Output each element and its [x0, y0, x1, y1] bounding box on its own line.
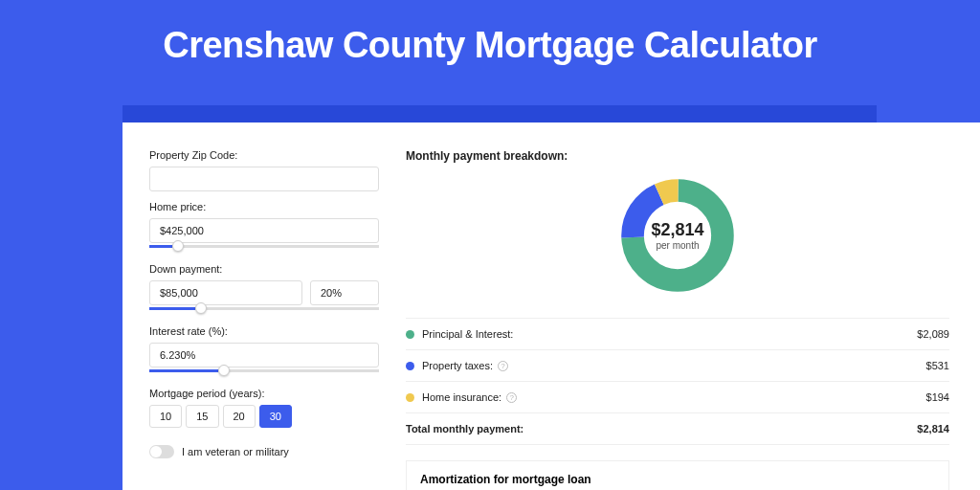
home-price-slider[interactable] — [149, 242, 379, 252]
interest-slider[interactable] — [149, 367, 379, 376]
down-payment-pct-input[interactable] — [310, 280, 379, 305]
down-payment-slider[interactable] — [149, 304, 379, 314]
legend-row: Principal & Interest:$2,089 — [406, 319, 949, 350]
form-column: Property Zip Code: Home price: Down paym… — [149, 149, 379, 490]
amortization-title: Amortization for mortgage loan — [420, 473, 935, 486]
info-icon[interactable]: ? — [506, 392, 517, 403]
legend-label: Home insurance: ? — [422, 391, 926, 403]
breakdown-title: Monthly payment breakdown: — [406, 149, 949, 163]
period-group: Mortgage period (years): 10152030 — [149, 388, 379, 428]
interest-group: Interest rate (%): — [149, 325, 379, 376]
card-shadow — [122, 105, 877, 122]
legend-total-value: $2,814 — [917, 423, 949, 434]
legend-row: Property taxes: ?$531 — [406, 350, 949, 382]
legend-value: $531 — [926, 360, 949, 371]
zip-label: Property Zip Code: — [149, 149, 379, 161]
down-payment-label: Down payment: — [149, 263, 379, 275]
legend-total-label: Total monthly payment: — [406, 423, 917, 434]
period-button-30[interactable]: 30 — [259, 405, 292, 428]
page-title: Crenshaw County Mortgage Calculator — [0, 0, 980, 83]
donut-chart: $2,814 per month — [406, 176, 949, 299]
info-icon[interactable]: ? — [498, 361, 508, 371]
legend: Principal & Interest:$2,089Property taxe… — [406, 318, 949, 445]
zip-group: Property Zip Code: — [149, 149, 379, 191]
calculator-panel: Property Zip Code: Home price: Down paym… — [122, 122, 980, 490]
donut-total-sub: per month — [618, 240, 737, 251]
zip-input[interactable] — [149, 167, 379, 191]
veteran-row: I am veteran or military — [149, 445, 379, 458]
period-label: Mortgage period (years): — [149, 388, 379, 399]
period-button-20[interactable]: 20 — [223, 405, 256, 428]
period-button-15[interactable]: 15 — [186, 405, 218, 428]
period-buttons: 10152030 — [149, 405, 379, 428]
home-price-group: Home price: — [149, 201, 379, 252]
legend-dot — [406, 393, 414, 402]
legend-dot — [406, 330, 414, 339]
down-payment-group: Down payment: — [149, 263, 379, 314]
interest-label: Interest rate (%): — [149, 325, 379, 337]
legend-dot — [406, 362, 414, 370]
veteran-toggle[interactable] — [149, 445, 174, 458]
legend-label: Property taxes: ? — [422, 360, 926, 371]
legend-value: $2,089 — [917, 328, 949, 340]
breakdown-column: Monthly payment breakdown: $2,814 per mo… — [406, 149, 949, 490]
amortization-box: Amortization for mortgage loan Amortizat… — [406, 460, 949, 490]
period-button-10[interactable]: 10 — [149, 405, 182, 428]
down-payment-input[interactable] — [149, 280, 302, 305]
home-price-input[interactable] — [149, 218, 379, 243]
donut-center: $2,814 per month — [618, 220, 737, 251]
legend-row: Home insurance: ?$194 — [406, 382, 949, 413]
interest-input[interactable] — [149, 343, 379, 368]
legend-value: $194 — [926, 391, 949, 403]
veteran-label: I am veteran or military — [182, 446, 289, 457]
donut-total-amount: $2,814 — [618, 220, 737, 240]
home-price-label: Home price: — [149, 201, 379, 212]
legend-total-row: Total monthly payment:$2,814 — [406, 413, 949, 445]
legend-label: Principal & Interest: — [422, 328, 917, 340]
